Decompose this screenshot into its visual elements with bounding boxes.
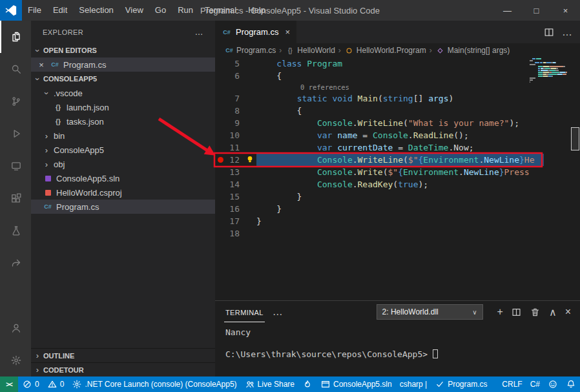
terminal-dropdown[interactable]: 2: HelloWorld.dll ∨ (377, 304, 483, 320)
code-line-5[interactable]: 5 class Program (215, 57, 544, 70)
activitybar-source-control[interactable] (0, 85, 31, 118)
close-icon[interactable]: × (282, 27, 290, 37)
menu-run[interactable]: Run (172, 0, 199, 21)
status-debug-configuration[interactable]: .NET Core Launch (console) (ConsoleApp5) (68, 377, 240, 392)
breakpoint-gutter[interactable] (215, 154, 225, 166)
activitybar-explorer[interactable] (0, 21, 31, 53)
breakpoint-gutter[interactable] (215, 215, 225, 227)
sidebar-section-outline[interactable]: ›OUTLINE (31, 348, 215, 362)
breakpoint-gutter[interactable] (215, 70, 225, 82)
status-active-file-status[interactable]: Program.cs (431, 377, 491, 392)
close-button[interactable]: × (551, 0, 580, 21)
sidebar-section-codetour[interactable]: ›CODETOUR (31, 362, 215, 377)
codelens-references[interactable]: 0 references (215, 82, 580, 92)
activitybar-test-explorer[interactable] (0, 214, 31, 247)
code-line-17[interactable]: 17} (215, 215, 544, 227)
breakpoint-gutter[interactable] (215, 178, 225, 191)
activitybar-extensions[interactable] (0, 182, 31, 214)
more-actions-icon[interactable]: … (195, 27, 203, 37)
project-header[interactable]: › CONSOLEAPP5 (31, 72, 215, 86)
breakpoint-gutter[interactable] (215, 141, 225, 154)
status-language-mode[interactable]: C# (526, 377, 544, 392)
breakpoint-gutter[interactable] (215, 92, 225, 105)
breadcrumb-item-helloworld-program[interactable]: HelloWorld.Program (344, 46, 426, 55)
open-editors-header[interactable]: › OPEN EDITORS (31, 43, 215, 57)
tree-item-consoleapp5-sln[interactable]: ConsoleApp5.sln (31, 171, 215, 185)
status-remote-indicator[interactable]: >< (0, 377, 18, 392)
code-line-11[interactable]: 11 var currentDate = DateTime.Now; (215, 141, 544, 154)
maximize-panel-icon[interactable]: ∧ (549, 306, 557, 318)
status-problems-warnings[interactable]: 0 (43, 377, 68, 392)
code-line-15[interactable]: 15 } (215, 191, 544, 203)
new-terminal-button[interactable]: + (497, 306, 503, 318)
status-live-share[interactable]: Live Share (241, 377, 298, 392)
code-line-13[interactable]: 13 Console.Write($"{Environment.NewLine}… (215, 166, 544, 178)
minimize-button[interactable]: — (493, 0, 522, 21)
code-text[interactable]: var currentDate = DateTime.Now; (256, 141, 544, 154)
code-line-14[interactable]: 14 Console.ReadKey(true); (215, 178, 544, 191)
breakpoint-gutter[interactable] (215, 105, 225, 117)
breakpoint-gutter[interactable] (215, 57, 225, 70)
code-line-9[interactable]: 9 Console.WriteLine("What is your name?"… (215, 117, 544, 129)
close-panel-icon[interactable]: × (565, 306, 571, 318)
status-notifications[interactable] (562, 377, 580, 392)
tree-item-helloworld-csproj[interactable]: HelloWorld.csproj (31, 185, 215, 200)
code-text[interactable]: Console.ReadKey(true); (256, 178, 544, 191)
code-line-10[interactable]: 10 var name = Console.ReadLine(); (215, 129, 544, 141)
activitybar-account[interactable] (0, 312, 31, 344)
code-text[interactable]: Console.WriteLine("What is your name?"); (256, 117, 544, 129)
breakpoint-gutter[interactable] (215, 166, 225, 178)
code-text[interactable] (256, 227, 544, 240)
minimap[interactable] (530, 58, 570, 85)
menu-file[interactable]: File (22, 0, 47, 21)
breakpoint-gutter[interactable] (215, 227, 225, 240)
breakpoint-gutter[interactable] (215, 129, 225, 141)
code-line-12[interactable]: 12 Console.WriteLine($"{Environment.NewL… (215, 154, 544, 166)
split-editor-icon[interactable] (544, 27, 554, 37)
status-language-status[interactable]: csharp | (396, 377, 431, 392)
breadcrumb-item-program-cs[interactable]: C#Program.cs (224, 46, 276, 55)
tree-item-consoleapp5[interactable]: ›ConsoleApp5 (31, 143, 215, 157)
panel-more-actions-icon[interactable]: … (273, 306, 283, 318)
status-problems-errors[interactable]: 0 (18, 377, 43, 392)
code-line-18[interactable]: 18 (215, 227, 544, 240)
code-text[interactable]: Console.Write($"{Environment.NewLine}Pre… (256, 166, 544, 178)
breakpoint-gutter[interactable] (215, 191, 225, 203)
split-terminal-icon[interactable] (512, 307, 522, 317)
breadcrumb-item-helloworld[interactable]: {}HelloWorld (285, 46, 335, 55)
tab-terminal[interactable]: TERMINAL (224, 302, 265, 322)
status-solution-selector[interactable]: ConsoleApp5.sln (316, 377, 396, 392)
status-omnisharp-flame[interactable] (298, 377, 316, 392)
tree-item-tasks-json[interactable]: {}tasks.json (31, 114, 215, 129)
tree-item-vscode[interactable]: ›.vscode (31, 86, 215, 100)
tree-item-obj[interactable]: ›obj (31, 157, 215, 171)
activitybar-remote-explorer[interactable] (0, 150, 31, 182)
activitybar-search[interactable] (0, 53, 31, 85)
code-text[interactable]: static void Main(string[] args) (256, 92, 544, 105)
code-editor[interactable]: 5 class Program6 {0 references7 static v… (215, 57, 580, 300)
code-text[interactable]: Console.WriteLine($"{Environment.NewLine… (256, 154, 544, 166)
code-text[interactable]: } (256, 191, 544, 203)
code-text[interactable]: } (256, 215, 544, 227)
menu-view[interactable]: View (119, 0, 149, 21)
breadcrumb-item-main-string-args[interactable]: Main(string[] args) (435, 46, 510, 55)
status-feedback[interactable] (544, 377, 562, 392)
tree-item-launch-json[interactable]: {}launch.json (31, 100, 215, 114)
activitybar-run-debug[interactable] (0, 118, 31, 150)
code-text[interactable]: { (256, 105, 544, 117)
tree-item-program-cs[interactable]: C#Program.cs (31, 200, 215, 214)
editor-more-actions-icon[interactable]: … (562, 26, 572, 38)
code-line-16[interactable]: 16 } (215, 203, 544, 215)
menu-edit[interactable]: Edit (47, 0, 73, 21)
code-text[interactable]: class Program (256, 57, 544, 70)
tab-program-cs[interactable]: C# Program.cs × (215, 21, 296, 43)
breakpoint-gutter[interactable] (215, 117, 225, 129)
menu-go[interactable]: Go (149, 0, 172, 21)
close-icon[interactable]: × (36, 60, 47, 70)
breakpoint-gutter[interactable] (215, 203, 225, 215)
code-text[interactable]: { (256, 70, 544, 82)
code-text[interactable]: } (256, 203, 544, 215)
activitybar-settings[interactable] (0, 344, 31, 377)
code-line-6[interactable]: 6 { (215, 70, 544, 82)
open-editor-item[interactable]: ×C#Program.cs (31, 57, 215, 72)
